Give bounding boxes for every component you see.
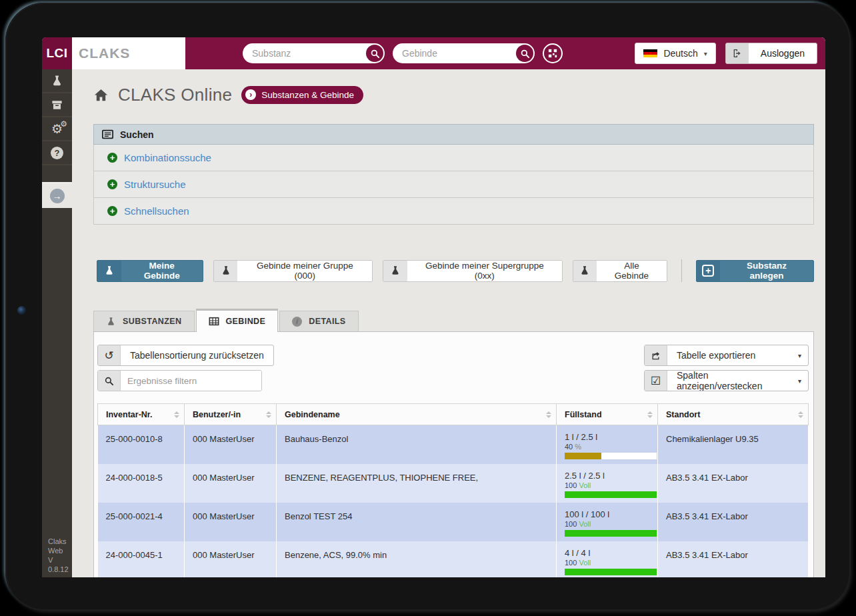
logout-icon xyxy=(726,43,749,63)
search-icon xyxy=(98,371,121,391)
action-buttons: Meine Gebinde Gebinde meiner Gruppe (000… xyxy=(97,259,814,282)
german-flag-icon xyxy=(643,49,657,58)
meine-gebinde-button[interactable]: Meine Gebinde xyxy=(97,260,203,282)
archive-box-icon xyxy=(51,99,63,111)
substanz-search xyxy=(243,43,385,63)
alle-gebinde-button[interactable]: Alle Gebinde xyxy=(573,260,667,282)
logout-label: Ausloggen xyxy=(749,43,817,63)
sidebar-item-help[interactable]: ? xyxy=(42,141,72,165)
export-table-dropdown[interactable]: Tabelle exportieren ▾ xyxy=(644,345,809,366)
table-row[interactable]: 24-000-0018-5 000 MasterUser BENZENE, RE… xyxy=(98,464,809,503)
flask-icon xyxy=(51,75,63,87)
table-row[interactable]: 25-000-0010-8 000 MasterUser Bauhaus-Ben… xyxy=(98,425,809,464)
logout-button[interactable]: Ausloggen xyxy=(725,43,817,64)
chevron-down-icon: ▾ xyxy=(704,50,707,57)
flask-icon xyxy=(106,317,116,327)
gears-icon: ⚙⚙ xyxy=(51,123,63,135)
search-panel-header: Suchen xyxy=(93,124,814,145)
sort-icon xyxy=(174,411,179,418)
plus-circle-icon: + xyxy=(107,206,117,216)
gebinde-panel: ↺ Tabellensortierung zurücksetzen Tabell… xyxy=(93,332,814,577)
column-header-inventar[interactable]: Inventar-Nr. xyxy=(98,404,185,425)
flask-icon xyxy=(383,261,407,281)
sidebar-item-settings[interactable]: ⚙⚙ xyxy=(42,117,72,141)
context-badge[interactable]: › Substanzen & Gebinde xyxy=(241,86,363,104)
accordion-struktursuche[interactable]: + Struktursuche xyxy=(93,171,814,198)
app-screen: LCI CLAKS xyxy=(42,37,825,577)
tab-details[interactable]: i DETAILS xyxy=(279,311,358,331)
fill-level-bar xyxy=(565,569,657,575)
sidebar: ⚙⚙ ? → Claks Web V 0.8.12 xyxy=(42,69,72,577)
search-icon xyxy=(370,49,380,59)
search-panel: Suchen + Kombinationssuche + Struktursuc… xyxy=(93,124,814,225)
chevron-down-icon: ▾ xyxy=(798,377,801,385)
divider xyxy=(681,259,682,282)
filter-control xyxy=(97,370,262,391)
sidebar-expand-button[interactable]: → xyxy=(42,184,72,208)
flask-icon xyxy=(573,261,597,281)
accordion-schnellsuchen[interactable]: + Schnellsuchen xyxy=(93,198,814,225)
arrow-right-icon: → xyxy=(50,189,65,203)
accordion-kombinationssuche[interactable]: + Kombinationssuche xyxy=(93,145,814,171)
topbar: LCI CLAKS xyxy=(42,37,825,69)
lci-logo: LCI xyxy=(42,37,72,69)
table-grid-icon xyxy=(209,317,219,326)
gebinde-table: Inventar-Nr. Benutzer/-in Gebindename xyxy=(97,403,809,577)
export-icon xyxy=(645,345,667,365)
search-icon xyxy=(520,49,530,59)
tab-gebinde[interactable]: GEBINDE xyxy=(196,309,279,332)
list-icon xyxy=(102,129,113,139)
reset-sort-button[interactable]: ↺ Tabellensortierung zurücksetzen xyxy=(97,345,274,366)
column-header-fuellstand[interactable]: Füllstand xyxy=(557,404,658,425)
toggle-columns-dropdown[interactable]: ☑ Spalten anzeigen/verstecken ▾ xyxy=(644,370,809,391)
column-header-standort[interactable]: Standort xyxy=(658,404,809,425)
page-title: CLAKS Online xyxy=(118,85,232,105)
gebinde-search-input[interactable] xyxy=(402,43,509,63)
language-selector[interactable]: Deutsch ▾ xyxy=(635,43,715,64)
flask-icon xyxy=(214,261,238,281)
flask-icon xyxy=(97,261,121,281)
sort-icon xyxy=(647,411,653,418)
gebinde-search xyxy=(393,43,535,63)
info-icon: i xyxy=(292,317,302,327)
language-label: Deutsch xyxy=(663,48,697,59)
gebinde-search-button[interactable] xyxy=(516,45,533,62)
gebinde-supergruppe-button[interactable]: Gebinde meiner Supergruppe (0xx) xyxy=(383,260,562,282)
gebinde-gruppe-button[interactable]: Gebinde meiner Gruppe (000) xyxy=(213,260,373,282)
sidebar-item-substances[interactable] xyxy=(42,69,72,93)
sidebar-divider xyxy=(42,165,72,184)
tablet-frame: LCI CLAKS xyxy=(5,3,851,611)
sort-icon xyxy=(546,411,551,418)
substanz-anlegen-button[interactable]: + Substanz anlegen xyxy=(696,260,814,282)
sidebar-item-inventory[interactable] xyxy=(42,93,72,117)
checkbox-icon: ☑ xyxy=(645,371,667,391)
tab-substanzen[interactable]: SUBSTANZEN xyxy=(93,311,195,331)
sort-icon xyxy=(266,411,271,418)
camera-dot xyxy=(17,306,26,315)
undo-icon: ↺ xyxy=(98,345,121,365)
fill-level-bar xyxy=(565,453,657,459)
qr-scan-button[interactable] xyxy=(543,43,563,63)
plus-square-icon: + xyxy=(697,261,721,281)
filter-results-input[interactable] xyxy=(121,371,261,391)
tab-bar: SUBSTANZEN GEBINDE i DETAILS xyxy=(93,309,814,332)
chevron-down-icon: ▾ xyxy=(798,352,801,359)
column-header-benutzer[interactable]: Benutzer/-in xyxy=(185,404,277,425)
arrow-circle-icon: › xyxy=(245,89,256,100)
home-icon xyxy=(93,87,109,103)
plus-circle-icon: + xyxy=(107,179,117,189)
help-icon: ? xyxy=(51,147,63,159)
column-header-gebindename[interactable]: Gebindename xyxy=(277,404,557,425)
fill-level-bar xyxy=(565,530,657,537)
table-row[interactable]: 25-000-0021-4 000 MasterUser Benzol TEST… xyxy=(98,503,809,541)
fill-level-bar xyxy=(565,491,657,498)
sort-icon xyxy=(798,411,803,418)
plus-circle-icon: + xyxy=(107,153,117,163)
app-version: Claks Web V 0.8.12 xyxy=(48,537,72,574)
claks-logo: CLAKS xyxy=(72,37,185,69)
substanz-search-input[interactable] xyxy=(252,43,359,63)
qr-code-icon xyxy=(548,49,557,58)
substanz-search-button[interactable] xyxy=(366,45,383,62)
table-row[interactable]: 24-000-0045-1 000 MasterUser Benzene, AC… xyxy=(98,541,809,578)
main-content: CLAKS Online › Substanzen & Gebinde Such… xyxy=(72,83,825,577)
